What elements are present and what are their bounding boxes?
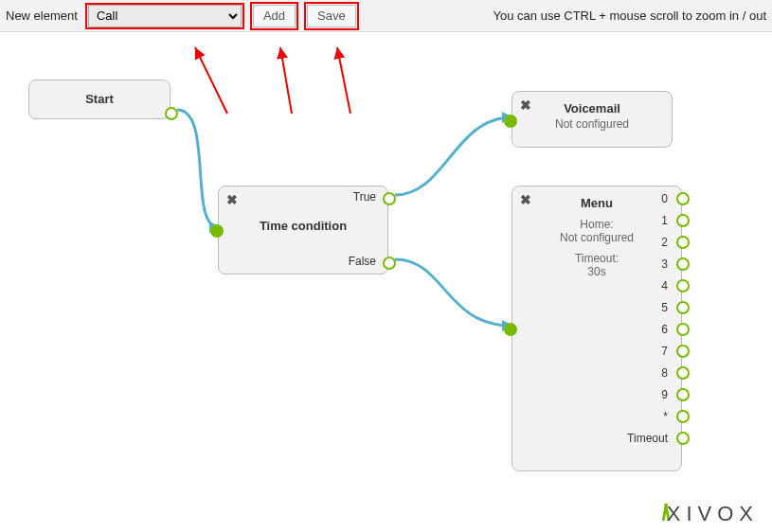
port-menu-1[interactable] xyxy=(676,214,690,227)
port-menu-2[interactable] xyxy=(676,236,690,249)
menu-port-label-*: * xyxy=(663,410,668,423)
menu-timeout-value: 30s xyxy=(512,265,681,278)
menu-timeout-label: Timeout: xyxy=(512,252,681,265)
annotation-add: Add xyxy=(250,2,298,30)
node-voicemail[interactable]: ✖ Voicemail Not configured xyxy=(512,91,673,148)
menu-port-label-3: 3 xyxy=(661,257,668,271)
port-menu-in[interactable] xyxy=(504,323,517,336)
menu-port-label-7: 7 xyxy=(661,345,668,358)
menu-home-label: Home: xyxy=(512,218,681,231)
port-menu-Timeout[interactable] xyxy=(676,432,690,445)
port-menu-8[interactable] xyxy=(676,366,690,380)
save-button[interactable]: Save xyxy=(307,5,356,27)
port-tcond-false[interactable] xyxy=(383,257,396,270)
menu-port-label-5: 5 xyxy=(661,301,668,314)
node-start[interactable]: Start xyxy=(28,80,171,119)
menu-port-label-0: 0 xyxy=(661,192,668,205)
port-start-out[interactable] xyxy=(165,107,178,120)
menu-port-label-1: 1 xyxy=(661,214,668,227)
menu-home-value: Not configured xyxy=(512,231,681,244)
annotation-save: Save xyxy=(304,2,359,30)
port-menu-0[interactable] xyxy=(676,192,690,205)
element-type-select[interactable]: Call xyxy=(88,5,242,27)
port-label-false: False xyxy=(338,255,376,268)
node-menu-title: Menu xyxy=(512,196,681,210)
svg-line-1 xyxy=(280,47,292,114)
svg-line-2 xyxy=(337,47,350,114)
port-menu-3[interactable] xyxy=(676,257,690,271)
close-icon[interactable]: ✖ xyxy=(226,192,238,207)
close-icon[interactable]: ✖ xyxy=(520,192,531,207)
node-voicemail-status: Not configured xyxy=(512,117,672,131)
menu-port-label-Timeout: Timeout xyxy=(627,432,668,445)
menu-port-label-6: 6 xyxy=(661,323,668,336)
port-label-true: True xyxy=(338,190,376,204)
port-menu-7[interactable] xyxy=(676,345,690,358)
toolbar: New element Call Add Save You can use CT… xyxy=(0,0,772,32)
port-menu-4[interactable] xyxy=(676,279,690,293)
port-tcond-in[interactable] xyxy=(210,224,224,238)
port-menu-9[interactable] xyxy=(676,388,690,401)
new-element-label: New element xyxy=(6,9,78,23)
menu-port-label-4: 4 xyxy=(661,279,668,293)
add-button[interactable]: Add xyxy=(253,5,296,27)
port-tcond-true[interactable] xyxy=(383,192,396,205)
menu-port-label-2: 2 xyxy=(661,236,668,249)
menu-port-label-9: 9 xyxy=(661,388,668,401)
brand-logo: /\XIVOX xyxy=(661,500,759,526)
dialplan-canvas[interactable]: Start ✖ Time condition True False ✖ Voic… xyxy=(0,32,772,532)
zoom-hint: You can use CTRL + mouse scroll to zoom … xyxy=(494,9,766,23)
brand-text: XIVOX xyxy=(667,502,759,525)
close-icon[interactable]: ✖ xyxy=(520,98,531,113)
port-menu-*[interactable] xyxy=(676,410,690,423)
annotation-select: Call xyxy=(85,3,244,29)
node-start-title: Start xyxy=(29,80,170,118)
node-time-condition[interactable]: ✖ Time condition True False xyxy=(218,186,388,275)
port-voicemail-in[interactable] xyxy=(504,115,517,128)
port-menu-5[interactable] xyxy=(676,301,690,314)
node-menu[interactable]: ✖ Menu Home: Not configured Timeout: 30s… xyxy=(512,186,682,471)
node-time-condition-title: Time condition xyxy=(219,219,387,233)
port-menu-6[interactable] xyxy=(676,323,690,336)
menu-port-label-8: 8 xyxy=(661,366,668,380)
node-voicemail-title: Voicemail xyxy=(512,101,672,115)
svg-line-0 xyxy=(195,47,227,114)
